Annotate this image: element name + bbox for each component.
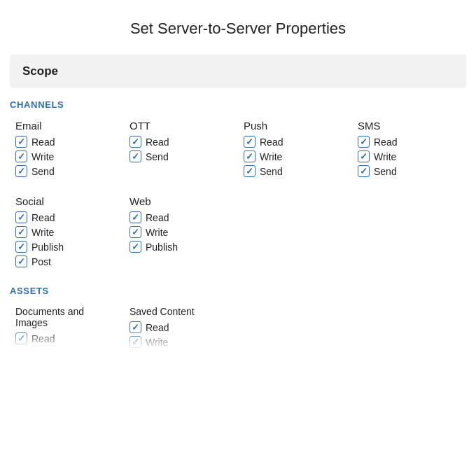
channel-col-empty4	[352, 303, 466, 356]
saved-write-checkbox[interactable]: ✓	[130, 336, 141, 348]
docs-read-row: ✓ Read	[15, 332, 118, 344]
channel-name-social: Social	[15, 195, 118, 207]
saved-read-checkbox[interactable]: ✓	[130, 321, 141, 333]
email-send-row: ✓ Send	[15, 165, 118, 177]
email-write-label: Write	[31, 151, 54, 162]
social-write-label: Write	[31, 227, 54, 238]
channel-name-ott: OTT	[130, 120, 232, 132]
social-read-label: Read	[31, 212, 55, 223]
checkmark-icon: ✓	[132, 242, 139, 251]
ott-read-label: Read	[146, 136, 169, 148]
web-publish-label: Publish	[146, 241, 178, 253]
ott-send-row: ✓ Send	[130, 150, 232, 162]
channels-grid-row2: Social ✓ Read ✓ Write ✓ Publish ✓ Post	[10, 192, 466, 276]
channel-col-docs: Documents andImages ✓ Read	[10, 303, 124, 356]
web-publish-checkbox[interactable]: ✓	[130, 241, 141, 253]
web-write-label: Write	[146, 227, 168, 238]
social-write-row: ✓ Write	[15, 226, 118, 238]
channel-name-saved: Saved Content	[130, 306, 232, 317]
channel-col-saved: Saved Content ✓ Read ✓ Write	[124, 303, 238, 356]
checkmark-icon: ✓	[132, 337, 139, 346]
channel-col-empty2	[352, 192, 466, 276]
scope-label: Scope	[22, 64, 58, 78]
sms-read-label: Read	[374, 136, 397, 148]
email-read-checkbox[interactable]: ✓	[15, 136, 27, 148]
page-title: Set Server-to-Server Properties	[0, 0, 476, 55]
channel-col-empty1	[238, 192, 352, 276]
ott-send-checkbox[interactable]: ✓	[130, 150, 141, 162]
push-read-label: Read	[260, 136, 283, 148]
social-read-row: ✓ Read	[15, 211, 118, 223]
sms-read-checkbox[interactable]: ✓	[358, 136, 370, 148]
sms-write-label: Write	[374, 151, 396, 162]
saved-write-label: Write	[146, 337, 168, 348]
push-send-checkbox[interactable]: ✓	[244, 165, 255, 177]
social-post-row: ✓ Post	[15, 255, 118, 267]
ott-read-checkbox[interactable]: ✓	[130, 136, 141, 148]
social-publish-checkbox[interactable]: ✓	[15, 241, 27, 253]
web-write-checkbox[interactable]: ✓	[130, 226, 141, 238]
checkmark-icon: ✓	[18, 334, 25, 343]
checkmark-icon: ✓	[18, 257, 25, 266]
checkmark-icon: ✓	[132, 137, 139, 146]
social-post-checkbox[interactable]: ✓	[15, 255, 27, 267]
saved-write-row: ✓ Write	[130, 336, 232, 348]
push-write-label: Write	[260, 151, 282, 162]
channel-name-sms: SMS	[358, 120, 461, 132]
checkmark-icon: ✓	[132, 323, 139, 332]
channels-grid: Email ✓ Read ✓ Write ✓ Send OTT ✓ Read	[10, 117, 466, 186]
docs-read-label: Read	[31, 333, 55, 344]
saved-read-row: ✓ Read	[130, 321, 232, 333]
email-read-label: Read	[31, 136, 55, 148]
sms-send-label: Send	[374, 166, 397, 177]
checkmark-icon: ✓	[18, 167, 25, 176]
social-publish-label: Publish	[31, 241, 64, 253]
channel-col-web: Web ✓ Read ✓ Write ✓ Publish	[124, 192, 238, 276]
checkmark-icon: ✓	[246, 167, 253, 176]
ott-send-label: Send	[146, 151, 169, 162]
push-write-row: ✓ Write	[244, 150, 346, 162]
scope-bar: Scope	[10, 55, 466, 88]
social-post-label: Post	[31, 256, 51, 267]
channel-name-email: Email	[15, 120, 118, 132]
web-read-checkbox[interactable]: ✓	[130, 211, 141, 223]
docs-read-checkbox[interactable]: ✓	[15, 332, 27, 344]
email-send-label: Send	[31, 166, 55, 177]
checkmark-icon: ✓	[18, 152, 25, 161]
push-read-row: ✓ Read	[244, 136, 346, 148]
channel-col-social: Social ✓ Read ✓ Write ✓ Publish ✓ Post	[10, 192, 124, 276]
sms-write-checkbox[interactable]: ✓	[358, 150, 370, 162]
web-read-row: ✓ Read	[130, 211, 232, 223]
channel-name-web: Web	[130, 195, 232, 207]
email-write-row: ✓ Write	[15, 150, 118, 162]
email-send-checkbox[interactable]: ✓	[15, 165, 27, 177]
channel-col-sms: SMS ✓ Read ✓ Write ✓ Send	[352, 117, 466, 186]
assets-section: ASSETS Documents andImages ✓ Read Saved …	[0, 286, 476, 356]
social-read-checkbox[interactable]: ✓	[15, 211, 27, 223]
push-send-label: Send	[260, 166, 283, 177]
push-write-checkbox[interactable]: ✓	[244, 150, 255, 162]
channel-col-empty3	[238, 303, 352, 356]
email-write-checkbox[interactable]: ✓	[15, 150, 27, 162]
sms-send-checkbox[interactable]: ✓	[358, 165, 370, 177]
web-write-row: ✓ Write	[130, 226, 232, 238]
checkmark-icon: ✓	[132, 213, 139, 222]
assets-grid: Documents andImages ✓ Read Saved Content…	[10, 303, 466, 356]
push-send-row: ✓ Send	[244, 165, 346, 177]
checkmark-icon: ✓	[132, 227, 139, 237]
social-write-checkbox[interactable]: ✓	[15, 226, 27, 238]
checkmark-icon: ✓	[18, 227, 25, 237]
channel-name-push: Push	[244, 120, 346, 132]
ott-read-row: ✓ Read	[130, 136, 232, 148]
sms-write-row: ✓ Write	[358, 150, 461, 162]
checkmark-icon: ✓	[132, 152, 139, 161]
checkmark-icon: ✓	[360, 137, 368, 146]
social-publish-row: ✓ Publish	[15, 241, 118, 253]
push-read-checkbox[interactable]: ✓	[244, 136, 255, 148]
checkmark-icon: ✓	[246, 137, 253, 146]
checkmark-icon: ✓	[18, 242, 25, 251]
checkmark-icon: ✓	[18, 137, 25, 146]
saved-read-label: Read	[146, 322, 169, 333]
channel-col-email: Email ✓ Read ✓ Write ✓ Send	[10, 117, 124, 186]
web-read-label: Read	[146, 212, 169, 223]
